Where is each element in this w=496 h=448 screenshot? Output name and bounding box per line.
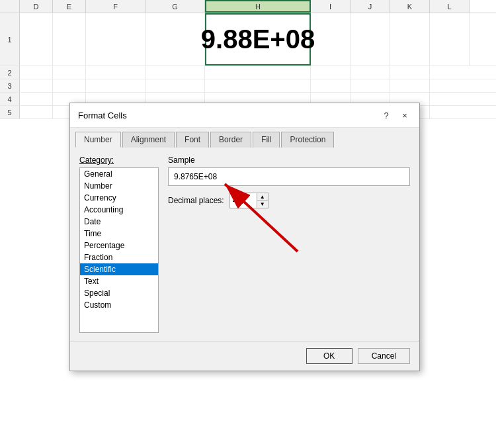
category-list[interactable]: General Number Currency Accounting Date … — [79, 167, 159, 333]
col-i: I — [311, 0, 351, 13]
category-custom[interactable]: Custom — [80, 299, 158, 311]
col-g: G — [145, 0, 205, 13]
cell[interactable] — [311, 79, 351, 92]
ok-button[interactable]: OK — [306, 348, 352, 364]
dialog-title: Format Cells — [78, 111, 127, 120]
tabs-bar: Number Alignment Font Border Fill Protec… — [70, 128, 419, 148]
cell[interactable] — [86, 66, 145, 79]
category-date[interactable]: Date — [80, 216, 158, 228]
dialog-footer: OK Cancel — [70, 341, 419, 371]
selected-cell[interactable]: 9.88E+08 — [205, 13, 311, 66]
close-button[interactable]: × — [398, 109, 411, 122]
cell[interactable] — [311, 66, 351, 79]
spin-up-button[interactable]: ▲ — [257, 193, 268, 201]
category-time[interactable]: Time — [80, 228, 158, 240]
grid-row: 2 — [0, 66, 496, 79]
dialog-body: Category: General Number Currency Accoun… — [79, 156, 410, 333]
category-accounting[interactable]: Accounting — [80, 204, 158, 216]
tab-alignment[interactable]: Alignment — [122, 132, 175, 148]
column-headers: D E F G H I J K L — [0, 0, 496, 13]
category-section: Category: General Number Currency Accoun… — [79, 156, 159, 333]
cell[interactable] — [20, 79, 53, 92]
dialog-controls: ? × — [380, 109, 411, 122]
help-button[interactable]: ? — [380, 109, 393, 122]
col-e: E — [53, 0, 86, 13]
col-l: L — [430, 0, 470, 13]
right-panel: Sample 9.8765E+08 Decimal places: ▲ ▼ — [168, 156, 410, 333]
cell[interactable] — [205, 79, 311, 92]
category-general[interactable]: General — [80, 168, 158, 180]
cell[interactable] — [390, 79, 430, 92]
category-label: Category: — [79, 156, 159, 165]
cell[interactable] — [430, 13, 470, 66]
row-number: 3 — [0, 79, 20, 92]
dialog-titlebar: Format Cells ? × — [70, 103, 419, 128]
cell[interactable] — [351, 13, 390, 66]
cell[interactable] — [311, 13, 351, 66]
cell[interactable] — [145, 66, 205, 79]
category-scientific[interactable]: Scientific — [80, 263, 158, 275]
cell[interactable] — [145, 79, 205, 92]
tab-fill[interactable]: Fill — [253, 132, 280, 148]
dialog-content: Category: General Number Currency Accoun… — [70, 148, 419, 341]
cell[interactable] — [53, 79, 86, 92]
cell[interactable] — [351, 66, 390, 79]
cell[interactable] — [20, 66, 53, 79]
category-text[interactable]: Text — [80, 275, 158, 287]
cancel-button[interactable]: Cancel — [358, 348, 410, 364]
category-currency[interactable]: Currency — [80, 192, 158, 204]
cell[interactable] — [390, 66, 430, 79]
cell[interactable] — [351, 79, 390, 92]
row-number: 1 — [0, 13, 20, 66]
tab-font[interactable]: Font — [176, 132, 209, 148]
spin-down-button[interactable]: ▼ — [257, 201, 268, 208]
cell[interactable] — [20, 93, 53, 105]
cell[interactable] — [86, 79, 145, 92]
col-k: K — [390, 0, 430, 13]
tab-protection[interactable]: Protection — [281, 132, 334, 148]
decimal-row: Decimal places: ▲ ▼ — [168, 193, 410, 208]
col-d: D — [20, 0, 53, 13]
category-fraction[interactable]: Fraction — [80, 251, 158, 263]
col-j: J — [351, 0, 390, 13]
decimal-label: Decimal places: — [168, 196, 224, 205]
cell[interactable] — [205, 66, 311, 79]
cell[interactable] — [20, 13, 53, 66]
row-number: 5 — [0, 106, 20, 118]
tab-number[interactable]: Number — [75, 132, 121, 148]
format-cells-dialog: Format Cells ? × Number Alignment Font B… — [69, 103, 420, 371]
decimal-input-wrap: ▲ ▼ — [229, 193, 269, 208]
col-h: H — [205, 0, 311, 13]
category-percentage[interactable]: Percentage — [80, 240, 158, 251]
category-number[interactable]: Number — [80, 180, 158, 192]
row-number: 4 — [0, 93, 20, 105]
grid-row: 1 9.88E+08 — [0, 13, 496, 66]
cell[interactable] — [390, 13, 430, 66]
tab-border[interactable]: Border — [210, 132, 251, 148]
sample-label: Sample — [168, 156, 410, 165]
sample-value: 9.8765E+08 — [174, 172, 217, 181]
corner-cell — [0, 0, 20, 13]
grid-row: 3 — [0, 79, 496, 93]
cell[interactable] — [53, 66, 86, 79]
cell[interactable] — [145, 13, 205, 66]
decimal-input[interactable] — [230, 193, 257, 208]
category-special[interactable]: Special — [80, 287, 158, 299]
cell[interactable] — [53, 13, 86, 66]
spin-buttons: ▲ ▼ — [257, 193, 268, 208]
col-f: F — [86, 0, 145, 13]
row-number: 2 — [0, 66, 20, 79]
cell[interactable] — [20, 106, 53, 118]
sample-box: 9.8765E+08 — [168, 167, 410, 186]
cell[interactable] — [86, 13, 145, 66]
